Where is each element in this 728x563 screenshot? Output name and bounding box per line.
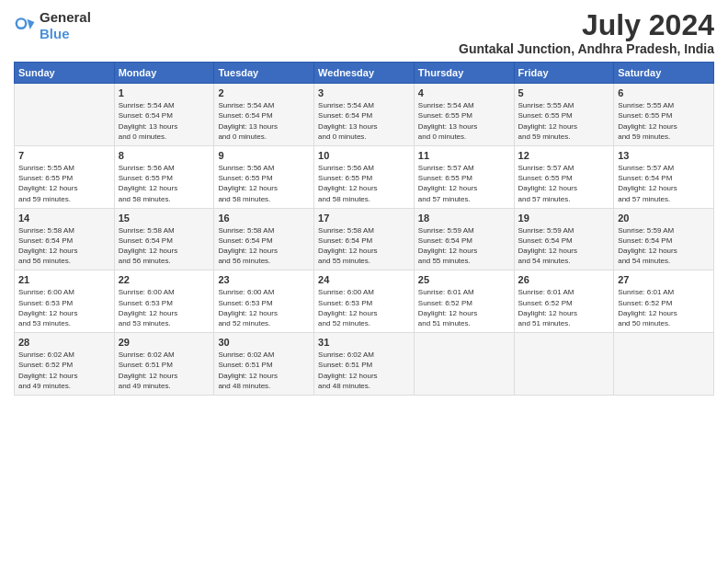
calendar-cell: 31Sunrise: 6:02 AM Sunset: 6:51 PM Dayli… xyxy=(314,333,415,396)
calendar-cell: 25Sunrise: 6:01 AM Sunset: 6:52 PM Dayli… xyxy=(414,270,514,333)
calendar-cell: 7Sunrise: 5:55 AM Sunset: 6:55 PM Daylig… xyxy=(15,145,115,208)
cell-info: Sunrise: 5:54 AM Sunset: 6:54 PM Dayligh… xyxy=(119,100,210,142)
cell-info: Sunrise: 5:54 AM Sunset: 6:55 PM Dayligh… xyxy=(418,100,510,142)
month-year: July 2024 xyxy=(459,9,714,41)
calendar-cell: 2Sunrise: 5:54 AM Sunset: 6:54 PM Daylig… xyxy=(214,84,314,146)
day-number: 25 xyxy=(418,274,510,285)
day-number: 20 xyxy=(618,213,710,224)
weekday-header-thursday: Thursday xyxy=(414,63,514,84)
cell-info: Sunrise: 6:02 AM Sunset: 6:51 PM Dayligh… xyxy=(318,350,410,391)
title-block: July 2024 Guntakal Junction, Andhra Prad… xyxy=(459,9,714,56)
weekday-header-monday: Monday xyxy=(114,63,214,84)
cell-info: Sunrise: 5:57 AM Sunset: 6:55 PM Dayligh… xyxy=(418,163,510,204)
calendar-cell: 27Sunrise: 6:01 AM Sunset: 6:52 PM Dayli… xyxy=(614,270,714,333)
calendar-cell: 5Sunrise: 5:55 AM Sunset: 6:55 PM Daylig… xyxy=(514,84,614,146)
week-row-3: 14Sunrise: 5:58 AM Sunset: 6:54 PM Dayli… xyxy=(15,208,714,270)
calendar-cell: 26Sunrise: 6:01 AM Sunset: 6:52 PM Dayli… xyxy=(514,270,614,333)
day-number: 5 xyxy=(518,87,610,98)
day-number: 15 xyxy=(119,213,210,224)
day-number: 28 xyxy=(18,337,110,348)
calendar-cell: 13Sunrise: 5:57 AM Sunset: 6:54 PM Dayli… xyxy=(614,145,714,208)
calendar-cell: 6Sunrise: 5:55 AM Sunset: 6:55 PM Daylig… xyxy=(614,84,714,146)
day-number: 21 xyxy=(18,274,110,285)
calendar-cell: 28Sunrise: 6:02 AM Sunset: 6:52 PM Dayli… xyxy=(15,333,115,396)
calendar-cell: 19Sunrise: 5:59 AM Sunset: 6:54 PM Dayli… xyxy=(514,208,614,270)
weekday-header-tuesday: Tuesday xyxy=(214,63,314,84)
calendar-cell: 18Sunrise: 5:59 AM Sunset: 6:54 PM Dayli… xyxy=(414,208,514,270)
cell-info: Sunrise: 5:58 AM Sunset: 6:54 PM Dayligh… xyxy=(318,225,410,267)
day-number: 30 xyxy=(218,337,310,348)
cell-info: Sunrise: 5:57 AM Sunset: 6:55 PM Dayligh… xyxy=(518,163,610,204)
logo-icon xyxy=(14,15,36,37)
cell-info: Sunrise: 6:01 AM Sunset: 6:52 PM Dayligh… xyxy=(518,287,610,328)
day-number: 2 xyxy=(218,87,310,98)
cell-info: Sunrise: 6:02 AM Sunset: 6:51 PM Dayligh… xyxy=(218,350,310,391)
day-number: 16 xyxy=(218,213,310,224)
day-number: 23 xyxy=(218,274,310,285)
calendar-cell: 29Sunrise: 6:02 AM Sunset: 6:51 PM Dayli… xyxy=(114,333,214,396)
day-number: 8 xyxy=(119,150,210,161)
calendar-cell: 21Sunrise: 6:00 AM Sunset: 6:53 PM Dayli… xyxy=(15,270,115,333)
cell-info: Sunrise: 5:58 AM Sunset: 6:54 PM Dayligh… xyxy=(218,225,310,267)
cell-info: Sunrise: 5:54 AM Sunset: 6:54 PM Dayligh… xyxy=(218,100,310,142)
weekday-header-wednesday: Wednesday xyxy=(314,63,415,84)
day-number: 17 xyxy=(318,213,410,224)
calendar-cell: 12Sunrise: 5:57 AM Sunset: 6:55 PM Dayli… xyxy=(514,145,614,208)
cell-info: Sunrise: 5:55 AM Sunset: 6:55 PM Dayligh… xyxy=(18,163,110,204)
cell-info: Sunrise: 5:54 AM Sunset: 6:54 PM Dayligh… xyxy=(318,100,410,142)
day-number: 22 xyxy=(119,274,210,285)
calendar-cell xyxy=(614,333,714,396)
calendar-cell: 3Sunrise: 5:54 AM Sunset: 6:54 PM Daylig… xyxy=(314,84,415,146)
weekday-header-sunday: Sunday xyxy=(15,63,115,84)
day-number: 27 xyxy=(618,274,710,285)
svg-marker-1 xyxy=(27,19,34,29)
calendar-page: General Blue July 2024 Guntakal Junction… xyxy=(0,0,728,563)
cell-info: Sunrise: 5:58 AM Sunset: 6:54 PM Dayligh… xyxy=(18,225,110,267)
day-number: 14 xyxy=(18,213,110,224)
calendar-cell: 22Sunrise: 6:00 AM Sunset: 6:53 PM Dayli… xyxy=(114,270,214,333)
week-row-2: 7Sunrise: 5:55 AM Sunset: 6:55 PM Daylig… xyxy=(15,145,714,208)
day-number: 18 xyxy=(418,213,510,224)
day-number: 3 xyxy=(318,87,410,98)
location: Guntakal Junction, Andhra Pradesh, India xyxy=(459,41,714,56)
day-number: 11 xyxy=(418,150,510,161)
header-row: SundayMondayTuesdayWednesdayThursdayFrid… xyxy=(15,63,714,84)
calendar-cell: 1Sunrise: 5:54 AM Sunset: 6:54 PM Daylig… xyxy=(114,84,214,146)
weekday-header-friday: Friday xyxy=(514,63,614,84)
calendar-cell: 30Sunrise: 6:02 AM Sunset: 6:51 PM Dayli… xyxy=(214,333,314,396)
calendar-cell: 16Sunrise: 5:58 AM Sunset: 6:54 PM Dayli… xyxy=(214,208,314,270)
day-number: 29 xyxy=(119,337,210,348)
day-number: 19 xyxy=(518,213,610,224)
calendar-table: SundayMondayTuesdayWednesdayThursdayFrid… xyxy=(14,62,714,396)
cell-info: Sunrise: 5:55 AM Sunset: 6:55 PM Dayligh… xyxy=(618,100,710,142)
cell-info: Sunrise: 6:00 AM Sunset: 6:53 PM Dayligh… xyxy=(318,287,410,328)
svg-point-2 xyxy=(17,20,25,28)
cell-info: Sunrise: 5:57 AM Sunset: 6:54 PM Dayligh… xyxy=(618,163,710,204)
cell-info: Sunrise: 6:00 AM Sunset: 6:53 PM Dayligh… xyxy=(18,287,110,328)
cell-info: Sunrise: 6:01 AM Sunset: 6:52 PM Dayligh… xyxy=(618,287,710,328)
calendar-cell: 11Sunrise: 5:57 AM Sunset: 6:55 PM Dayli… xyxy=(414,145,514,208)
cell-info: Sunrise: 6:02 AM Sunset: 6:51 PM Dayligh… xyxy=(119,350,210,391)
header: General Blue July 2024 Guntakal Junction… xyxy=(14,9,714,56)
calendar-cell xyxy=(414,333,514,396)
calendar-cell: 8Sunrise: 5:56 AM Sunset: 6:55 PM Daylig… xyxy=(114,145,214,208)
calendar-cell: 20Sunrise: 5:59 AM Sunset: 6:54 PM Dayli… xyxy=(614,208,714,270)
day-number: 1 xyxy=(119,87,210,98)
cell-info: Sunrise: 5:59 AM Sunset: 6:54 PM Dayligh… xyxy=(618,225,710,267)
day-number: 9 xyxy=(218,150,310,161)
cell-info: Sunrise: 6:00 AM Sunset: 6:53 PM Dayligh… xyxy=(119,287,210,328)
weekday-header-saturday: Saturday xyxy=(614,63,714,84)
week-row-5: 28Sunrise: 6:02 AM Sunset: 6:52 PM Dayli… xyxy=(15,333,714,396)
logo-general: General xyxy=(40,9,91,25)
calendar-cell: 4Sunrise: 5:54 AM Sunset: 6:55 PM Daylig… xyxy=(414,84,514,146)
week-row-1: 1Sunrise: 5:54 AM Sunset: 6:54 PM Daylig… xyxy=(15,84,714,146)
calendar-cell: 23Sunrise: 6:00 AM Sunset: 6:53 PM Dayli… xyxy=(214,270,314,333)
day-number: 7 xyxy=(18,150,110,161)
calendar-cell: 9Sunrise: 5:56 AM Sunset: 6:55 PM Daylig… xyxy=(214,145,314,208)
cell-info: Sunrise: 5:58 AM Sunset: 6:54 PM Dayligh… xyxy=(119,225,210,267)
cell-info: Sunrise: 5:56 AM Sunset: 6:55 PM Dayligh… xyxy=(318,163,410,204)
calendar-cell: 14Sunrise: 5:58 AM Sunset: 6:54 PM Dayli… xyxy=(15,208,115,270)
day-number: 13 xyxy=(618,150,710,161)
cell-info: Sunrise: 5:55 AM Sunset: 6:55 PM Dayligh… xyxy=(518,100,610,142)
cell-info: Sunrise: 6:00 AM Sunset: 6:53 PM Dayligh… xyxy=(218,287,310,328)
